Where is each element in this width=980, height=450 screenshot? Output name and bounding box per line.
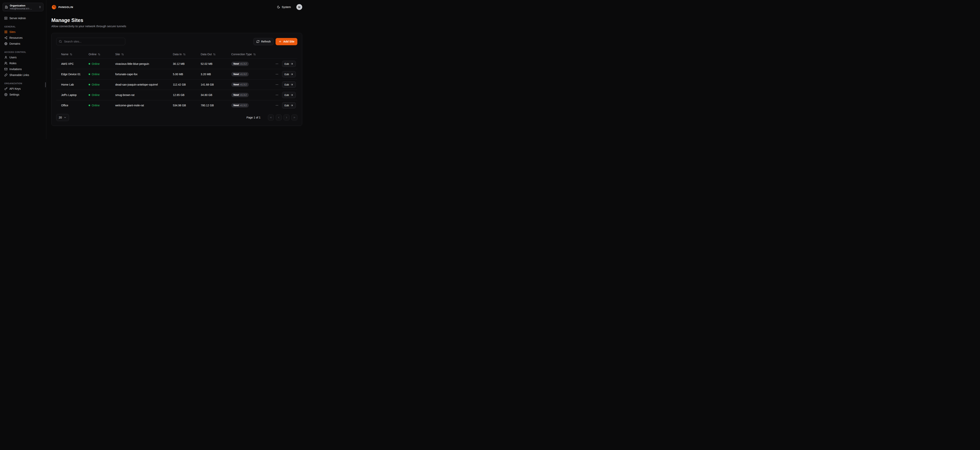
arrow-right-icon bbox=[291, 62, 293, 65]
ellipsis-icon bbox=[275, 83, 278, 86]
sort-icon bbox=[253, 53, 256, 55]
sidebar-item-users[interactable]: Users bbox=[3, 54, 43, 60]
connection-type-badge: Newt v1.3.2 bbox=[231, 93, 249, 97]
column-header-data-in[interactable]: Data In bbox=[173, 53, 201, 56]
site-name: Jeff's Laptop bbox=[61, 93, 89, 97]
arrow-right-icon bbox=[291, 73, 293, 76]
avatar[interactable]: M bbox=[296, 4, 302, 10]
chevrons-left-icon bbox=[269, 116, 272, 119]
sidebar-item-label: Shareable Links bbox=[10, 73, 29, 76]
table-row: Office Online welcome-giant-mole-rat 534… bbox=[56, 100, 298, 111]
sidebar-item-domains[interactable]: Domains bbox=[3, 41, 43, 47]
row-menu-button[interactable] bbox=[275, 62, 279, 66]
refresh-label: Refresh bbox=[261, 40, 270, 43]
topbar-right: System M bbox=[275, 4, 302, 10]
sidebar-item-server-admin[interactable]: Server Admin bbox=[3, 15, 43, 21]
users-icon bbox=[4, 62, 8, 65]
sidebar-item-label: Domains bbox=[10, 42, 20, 45]
sites-toolbar: Refresh Add Site bbox=[56, 38, 298, 45]
search-box bbox=[56, 38, 125, 45]
sidebar-item-shareable-links[interactable]: Shareable Links bbox=[3, 72, 43, 78]
status-label: Online bbox=[92, 104, 100, 107]
column-header-name[interactable]: Name bbox=[61, 53, 89, 56]
prev-page-button[interactable] bbox=[276, 114, 282, 120]
sidebar-item-roles[interactable]: Roles bbox=[3, 60, 43, 66]
user-icon bbox=[4, 56, 8, 59]
search-input[interactable] bbox=[64, 40, 123, 43]
status-dot-icon bbox=[89, 73, 90, 75]
column-header-site[interactable]: Site bbox=[115, 53, 173, 56]
sidebar-scrollbar[interactable] bbox=[45, 82, 46, 87]
add-site-button[interactable]: Add Site bbox=[275, 38, 298, 45]
status-dot-icon bbox=[89, 63, 90, 65]
server-icon bbox=[4, 17, 8, 20]
row-menu-button[interactable] bbox=[275, 93, 279, 97]
sidebar-item-invitations[interactable]: Invitations bbox=[3, 66, 43, 72]
pagination: Page 1 of 1 bbox=[247, 114, 298, 120]
sort-icon bbox=[183, 53, 186, 55]
edit-label: Edit bbox=[285, 73, 289, 76]
section-label-access-control: ACCESS CONTROL bbox=[4, 51, 42, 53]
next-page-button[interactable] bbox=[283, 114, 290, 120]
sort-icon bbox=[213, 53, 216, 55]
status-dot-icon bbox=[89, 84, 90, 86]
sidebar-item-settings[interactable]: Settings bbox=[3, 92, 43, 98]
main-content: PANGOLIN System M Manage Sites Allow con… bbox=[46, 0, 307, 139]
site-id: fortunate-cape-fox bbox=[115, 73, 173, 76]
arrow-right-icon bbox=[291, 104, 293, 107]
table-row: Jeff's Laptop Online smug-brown-rat 12.6… bbox=[56, 90, 298, 100]
table-row: AWS VPC Online vivacious-little-blue-pen… bbox=[56, 59, 298, 69]
row-menu-button[interactable] bbox=[275, 72, 279, 76]
grid-icon bbox=[4, 30, 8, 33]
refresh-icon bbox=[256, 40, 259, 43]
row-actions: Edit bbox=[275, 71, 296, 78]
edit-button[interactable]: Edit bbox=[282, 61, 296, 67]
edit-button[interactable]: Edit bbox=[282, 71, 296, 78]
sidebar-item-api-keys[interactable]: API Keys bbox=[3, 86, 43, 92]
table-row: Home Lab Online dead-san-joaquin-antelop… bbox=[56, 79, 298, 90]
first-page-button[interactable] bbox=[268, 114, 274, 120]
pangolin-logo-icon bbox=[51, 5, 57, 10]
sidebar-item-label: Users bbox=[10, 56, 17, 59]
connection-type-cell: Newt v1.3.2 bbox=[231, 72, 275, 76]
data-out-value: 3.20 MB bbox=[201, 73, 231, 76]
section-label-general: GENERAL bbox=[4, 25, 42, 28]
data-out-value: 52.02 MB bbox=[201, 62, 231, 65]
online-status: Online bbox=[89, 83, 115, 86]
client-version: v1.3.2 bbox=[240, 93, 247, 96]
status-dot-icon bbox=[89, 105, 90, 106]
sort-icon bbox=[121, 53, 124, 55]
moon-icon bbox=[277, 5, 280, 9]
status-dot-icon bbox=[89, 94, 90, 96]
page-size-select[interactable]: 20 bbox=[56, 114, 69, 121]
edit-label: Edit bbox=[285, 93, 289, 97]
org-selector[interactable]: Organization milo@fossorial.io's ... bbox=[3, 3, 43, 11]
edit-button[interactable]: Edit bbox=[282, 81, 296, 88]
page-title: Manage Sites bbox=[51, 17, 302, 23]
client-version: v1.3.2 bbox=[240, 62, 247, 65]
column-header-connection-type[interactable]: Connection Type bbox=[231, 53, 296, 56]
column-label: Site bbox=[115, 53, 120, 56]
refresh-button[interactable]: Refresh bbox=[253, 38, 274, 45]
column-header-online[interactable]: Online bbox=[89, 53, 115, 56]
data-in-value: 534.98 GB bbox=[173, 104, 201, 107]
site-name: AWS VPC bbox=[61, 62, 89, 65]
data-in-value: 30.12 MB bbox=[173, 62, 201, 65]
edit-button[interactable]: Edit bbox=[282, 92, 296, 98]
online-status: Online bbox=[89, 93, 115, 97]
sidebar-item-label: Server Admin bbox=[10, 17, 26, 20]
sidebar-item-resources[interactable]: Resources bbox=[3, 35, 43, 41]
client-name: Newt bbox=[234, 83, 239, 86]
theme-toggle-button[interactable]: System bbox=[275, 4, 293, 10]
row-menu-button[interactable] bbox=[275, 82, 279, 87]
site-id: vivacious-little-blue-penguin bbox=[115, 62, 173, 65]
column-header-data-out[interactable]: Data Out bbox=[201, 53, 231, 56]
chevron-left-icon bbox=[277, 116, 280, 119]
sidebar-item-sites[interactable]: Sites bbox=[3, 29, 43, 35]
edit-button[interactable]: Edit bbox=[282, 102, 296, 108]
brand: PANGOLIN bbox=[51, 5, 73, 10]
connection-type-badge: Newt v1.3.2 bbox=[231, 62, 249, 66]
topbar: PANGOLIN System M bbox=[46, 0, 307, 14]
last-page-button[interactable] bbox=[291, 114, 298, 120]
row-menu-button[interactable] bbox=[275, 103, 279, 108]
